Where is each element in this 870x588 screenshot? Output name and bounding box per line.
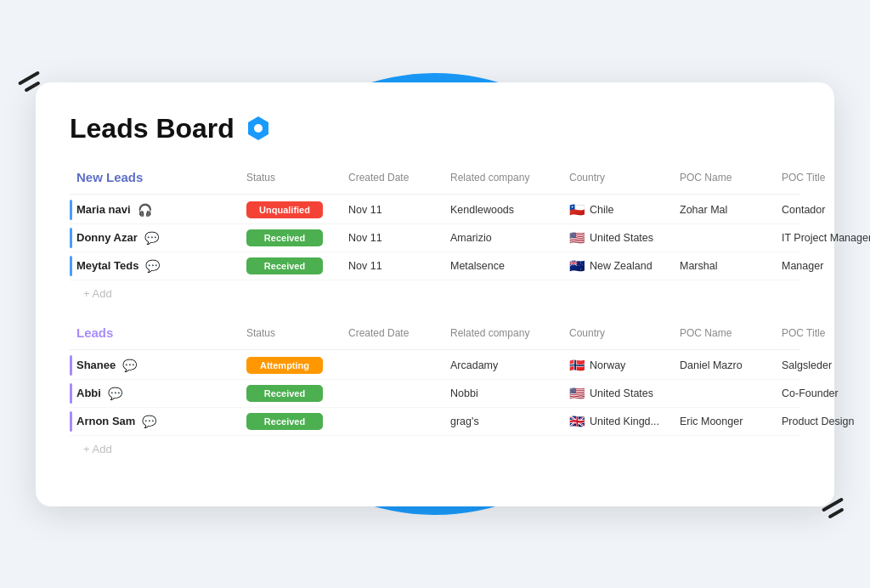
country-text: United States [590,232,653,244]
table-row: Meytal Teds💬ReceivedNov 11Metalsence🇳🇿Ne… [70,252,800,280]
flag-icon: 🇺🇸 [569,230,585,246]
deco-bottom-right [821,503,845,520]
country-text: Chile [590,204,614,216]
status-cell: Unqualified [246,201,348,218]
lead-name-text: Abbi [76,387,101,399]
table-row: Donny Azar💬ReceivedNov 11Amarizio🇺🇸Unite… [70,224,800,252]
status-cell: Received [246,257,348,274]
status-cell: Attempting [246,357,348,374]
col-header-related-company: Related company [450,172,569,184]
status-badge: Received [246,229,323,246]
lead-name: Abbi💬 [76,387,246,400]
poc-name-cell: Daniel Mazro [680,359,782,371]
related-company-cell: Kendlewoods [450,204,569,216]
country-cell: 🇺🇸United States [569,386,680,401]
col-header-poc-name: POC Name [680,327,782,339]
section-title-leads: Leads [76,325,246,340]
country-cell: 🇳🇴Norway [569,358,680,373]
col-header-poc-name: POC Name [680,172,782,184]
poc-title-cell: Manager [782,260,870,272]
lead-name-text: Arnon Sam [76,415,135,427]
created-date-cell: Nov 11 [348,204,450,216]
country-cell: 🇺🇸United States [569,230,680,246]
poc-name-cell: Zohar Mal [680,204,782,216]
section-leads: LeadsStatusCreated DateRelated companyCo… [70,324,800,459]
lead-name: Donny Azar💬 [76,231,246,245]
status-badge: Received [246,257,323,274]
related-company-cell: grag's [450,416,569,427]
chat-icon: 💬 [144,231,159,245]
country-text: United Kingd... [590,416,659,427]
lead-name: Arnon Sam💬 [76,415,246,428]
poc-name-cell: Eric Moonger [680,416,782,427]
country-text: Norway [590,359,625,371]
status-cell: Received [246,413,348,430]
col-header-status: Status [246,172,348,184]
country-text: United States [590,387,653,399]
flag-icon: 🇺🇸 [569,386,585,401]
related-company-cell: Amarizio [450,232,569,244]
status-badge: Attempting [246,357,323,374]
flag-icon: 🇨🇱 [569,202,585,218]
col-header-related-company: Related company [450,327,569,339]
table-row: Abbi💬ReceivedNobbi🇺🇸United StatesCo-Foun… [70,380,800,408]
country-cell: 🇨🇱Chile [569,202,680,218]
flag-icon: 🇬🇧 [569,414,585,429]
row-bar [70,383,72,404]
chat-icon: 💬 [145,259,160,273]
table-row: Maria navi🎧UnqualifiedNov 11Kendlewoods🇨… [70,196,800,224]
flag-icon: 🇳🇿 [569,258,585,274]
lead-name-text: Meytal Teds [76,259,138,272]
chat-icon: 💬 [142,415,156,428]
headphone-icon: 🎧 [138,203,152,217]
col-header-status: Status [246,327,348,339]
poc-title-cell: Co-Founder [782,387,870,399]
row-bar [70,355,72,376]
section-title-new-leads: New Leads [76,170,246,184]
lead-name: Shanee💬 [76,359,246,372]
chat-icon: 💬 [122,359,137,372]
section-new-leads: New LeadsStatusCreated DateRelated compa… [70,168,800,303]
add-row-leads[interactable]: + Add [70,436,800,459]
lead-name: Maria navi🎧 [76,203,246,217]
poc-name-cell: Marshal [680,260,782,272]
table-row: Arnon Sam💬Receivedgrag's🇬🇧United Kingd..… [70,408,800,436]
section-header-leads: LeadsStatusCreated DateRelated companyCo… [70,324,800,350]
status-badge: Received [246,385,323,402]
country-text: New Zealand [590,260,652,272]
col-header-poc-title: POC Title [782,327,870,339]
col-header-created-date: Created Date [348,172,450,184]
country-cell: 🇬🇧United Kingd... [569,414,680,429]
lead-name: Meytal Teds💬 [76,259,246,273]
row-bar [70,411,72,432]
col-header-country: Country [569,327,680,339]
page-title: Leads Board [70,113,234,144]
flag-icon: 🇳🇴 [569,358,585,373]
col-header-poc-title: POC Title [782,172,870,184]
sections-container: New LeadsStatusCreated DateRelated compa… [70,168,800,459]
page-header: Leads Board [70,113,800,144]
poc-title-cell: Product Design [782,416,870,427]
chat-icon: 💬 [108,387,122,400]
related-company-cell: Nobbi [450,387,569,399]
status-badge: Received [246,413,323,430]
created-date-cell: Nov 11 [348,232,450,244]
lead-name-text: Donny Azar [76,231,138,244]
lead-name-text: Shanee [76,359,116,371]
main-card: Leads Board New LeadsStatusCreated DateR… [36,82,834,506]
row-bar [70,200,72,220]
related-company-cell: Metalsence [450,260,569,272]
status-cell: Received [246,229,348,246]
table-row: Shanee💬AttemptingArcadamy🇳🇴NorwayDaniel … [70,352,800,380]
poc-title-cell: IT Project Manager [782,232,870,244]
hexagon-icon [245,115,272,142]
poc-title-cell: Contador [782,204,870,216]
add-row-new-leads[interactable]: + Add [70,280,800,303]
country-cell: 🇳🇿New Zealand [569,258,680,274]
status-cell: Received [246,385,348,402]
created-date-cell: Nov 11 [348,260,450,272]
poc-title-cell: Salgsleder [782,359,870,371]
col-header-country: Country [569,172,680,184]
row-bar [70,228,72,248]
status-badge: Unqualified [246,201,323,218]
